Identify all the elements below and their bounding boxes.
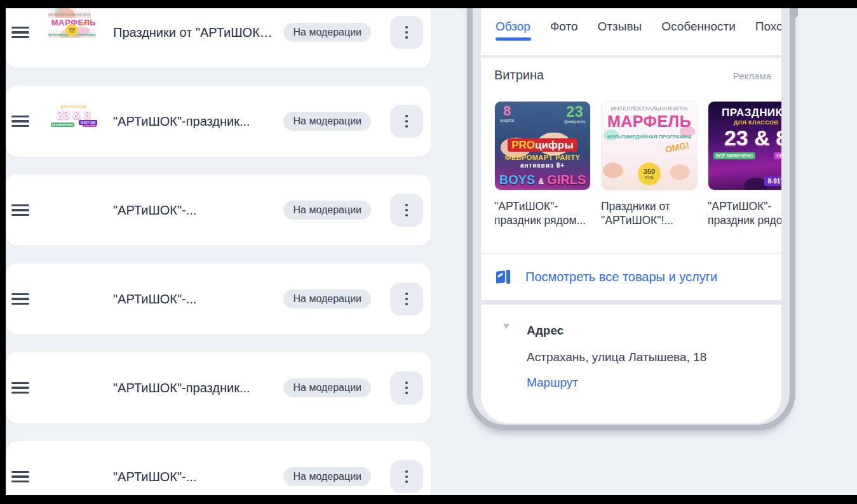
product-image: ИНТЕЛЛЕКТУАЛЬНАЯ ИГРА МАРФЕЛЬ МУЛЬТИМЕДИ…: [601, 101, 698, 190]
kebab-dots-icon: [405, 293, 408, 295]
product-image: ПРАЗДНИКИ ДЛЯ КЛАССОВ 23 & 8 ВСЁ ВКЛЮЧЕН…: [708, 101, 781, 190]
product-title: "АРТиШОК"-...: [113, 203, 273, 218]
more-menu-button[interactable]: [390, 282, 423, 315]
more-menu-button[interactable]: [390, 460, 423, 493]
showcase-product-card[interactable]: ИНТЕЛЛЕКТУАЛЬНАЯ ИГРА МАРФЕЛЬ МУЛЬТИМЕДИ…: [601, 101, 698, 246]
marmel-poster-image: ИНТЕЛЛЕКТУАЛЬНАЯ ИГРА МАРФЕЛЬ МУЛЬТИМЕДИ…: [602, 102, 697, 190]
screenshot-root: { "window": { "letterbox_color": "#00000…: [0, 0, 857, 504]
address-section: Адрес Астрахань, улица Латышева, 18 Марш…: [481, 305, 781, 423]
active-tab-underline: [496, 37, 531, 41]
product-thumbnail: [48, 185, 99, 235]
product-row: ИНТЕЛЛЕКТУАЛЬНАЯ ИГРА МАРФЕЛЬ МУЛЬТИМЕДИ…: [6, 8, 431, 68]
moderation-status-badge: На модерации: [283, 378, 371, 397]
price-badge: 350РУБ: [638, 162, 661, 185]
product-image: 8марта 23февраля PROцифры ФЕВРОМАРТ PART…: [494, 101, 591, 190]
showcase-product-title: Праздники от"АРТиШОК"!...: [601, 199, 698, 227]
drag-handle-icon[interactable]: [11, 116, 29, 128]
product-thumbnail: [48, 274, 99, 324]
scrollbar-thumb[interactable]: [790, 8, 798, 18]
tab-features[interactable]: Особенности: [661, 20, 736, 34]
class-party-poster-image: ПРАЗДНИКИ ДЛЯ КЛАССОВ 23 & 8 ВСЁ ВКЛЮЧЕН…: [708, 102, 781, 190]
class-party-poster-image: ПРАЗДНИКИ ДЛЯ КЛАССОВ 23 & 8 ВСЁ ВКЛЮЧЕН…: [48, 98, 99, 127]
moderation-status-badge: На модерации: [283, 201, 371, 220]
kebab-dots-icon: [405, 204, 408, 206]
product-thumbnail: [48, 451, 99, 495]
drag-handle-icon[interactable]: [11, 27, 29, 39]
more-menu-button[interactable]: [390, 371, 423, 404]
product-row: "АРТиШОК"-... На модерации: [6, 263, 431, 335]
more-menu-button[interactable]: [390, 194, 423, 227]
product-row: "АРТиШОК"-праздник... На модерации: [6, 352, 431, 423]
moderation-status-badge: На модерации: [283, 23, 371, 42]
marmel-poster-image: ИНТЕЛЛЕКТУАЛЬНАЯ ИГРА МАРФЕЛЬ МУЛЬТИМЕДИ…: [48, 8, 99, 38]
more-menu-button[interactable]: [390, 105, 423, 138]
product-title: Праздники от "АРТиШОК"!...: [113, 25, 273, 40]
showcase-product-title: "АРТиШОК"-праздник рядом...: [494, 199, 591, 227]
tab-similar[interactable]: Похожие: [755, 20, 781, 34]
see-all-products-link[interactable]: Посмотреть все товары и услуги: [481, 253, 781, 300]
product-row: ПРАЗДНИКИ ДЛЯ КЛАССОВ 23 & 8 ВСЁ ВКЛЮЧЕН…: [6, 86, 431, 157]
kebab-dots-icon: [405, 26, 408, 29]
product-title: "АРТиШОК"-...: [113, 470, 273, 484]
product-title: "АРТиШОК"-праздник...: [113, 114, 273, 129]
kebab-dots-icon: [405, 381, 408, 384]
address-title: Адрес: [527, 324, 706, 338]
moderation-status-badge: На модерации: [283, 289, 371, 308]
product-thumbnail: ПРАЗДНИКИ ДЛЯ КЛАССОВ 23 & 8 ВСЁ ВКЛЮЧЕН…: [48, 96, 99, 147]
showcase-section: Витрина Реклама 8марта 23февраля PROцифр…: [481, 58, 781, 300]
product-row: "АРТиШОК"-... На модерации: [6, 441, 431, 495]
showcase-product-card[interactable]: ПРАЗДНИКИ ДЛЯ КЛАССОВ 23 & 8 ВСЁ ВКЛЮЧЕН…: [708, 101, 781, 246]
product-thumbnail: [48, 362, 99, 413]
product-title: "АРТиШОК"-праздник...: [113, 381, 273, 395]
ad-label: Реклама: [733, 70, 771, 81]
catalog-icon: [496, 269, 512, 286]
more-menu-button[interactable]: [390, 16, 423, 49]
route-link[interactable]: Маршрут: [527, 376, 578, 390]
product-thumbnail: ИНТЕЛЛЕКТУАЛЬНАЯ ИГРА МАРФЕЛЬ МУЛЬТИМЕДИ…: [48, 8, 99, 58]
price-badge: 350РУБ: [66, 24, 78, 36]
tab-reviews[interactable]: Отзывы: [598, 20, 642, 34]
kebab-dots-icon: [405, 115, 408, 117]
showcase-product-title: "АРТиШОК"-праздник рядом...: [708, 199, 781, 227]
drag-handle-icon[interactable]: [11, 293, 29, 305]
product-title: "АРТиШОК"-...: [113, 292, 273, 307]
phone-tab-bar: Обзор Фото Отзывы Особенности Похожие: [481, 8, 781, 55]
moderation-status-badge: На модерации: [283, 467, 371, 486]
tab-photos[interactable]: Фото: [550, 20, 578, 34]
kebab-dots-icon: [405, 470, 408, 473]
moderation-status-badge: На модерации: [283, 112, 371, 131]
drag-handle-icon[interactable]: [11, 382, 29, 394]
app-viewport: ИНТЕЛЛЕКТУАЛЬНАЯ ИГРА МАРФЕЛЬ МУЛЬТИМЕДИ…: [6, 8, 857, 495]
pro-digits-poster-image: 8марта 23февраля PROцифры ФЕВРОМАРТ PART…: [495, 102, 590, 190]
showcase-product-strip: 8марта 23февраля PROцифры ФЕВРОМАРТ PART…: [494, 101, 781, 246]
product-row: "АРТиШОК"-... На модерации: [6, 175, 431, 246]
showcase-title: Витрина: [494, 68, 544, 83]
address-value: Астрахань, улица Латышева, 18: [527, 350, 706, 364]
tab-overview[interactable]: Обзор: [496, 20, 530, 34]
drag-handle-icon[interactable]: [11, 204, 29, 216]
showcase-product-card[interactable]: 8марта 23февраля PROцифры ФЕВРОМАРТ PART…: [494, 101, 591, 246]
drag-handle-icon[interactable]: [11, 471, 29, 483]
